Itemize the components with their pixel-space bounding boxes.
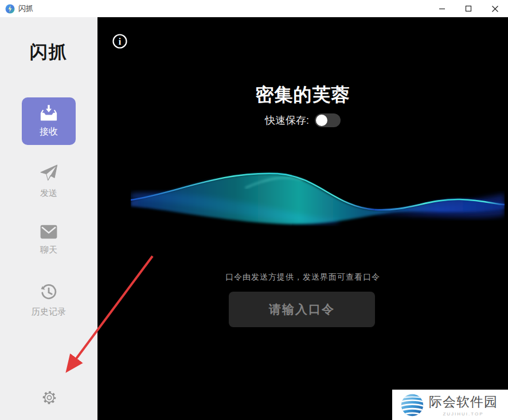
sidebar-item-label: 历史记录 [32,307,66,317]
page-title: 密集的芙蓉 [97,83,508,108]
sidebar: 闪抓 接收 发送 聊天 [0,17,97,420]
passphrase-hint: 口令由发送方提供，发送界面可查看口令 [97,272,508,282]
history-icon [40,284,57,301]
close-button[interactable] [482,0,508,17]
wave-visualization [131,165,505,248]
quick-save-label: 快速保存: [265,113,309,127]
watermark-text: 际会软件园 ZUJIHUI.TOP [429,393,498,417]
watermark: 际会软件园 ZUJIHUI.TOP [392,390,508,420]
maximize-icon [465,5,472,12]
sidebar-item-label: 聊天 [40,245,57,256]
envelope-icon [40,225,57,239]
toggle-knob [316,115,327,126]
globe-logo-icon [399,392,425,418]
sidebar-item-label: 接收 [40,126,58,138]
sidebar-item-send[interactable]: 发送 [0,164,97,199]
app-logo-icon [5,4,15,14]
window-controls [429,0,508,17]
quick-save-row: 快速保存: [97,113,508,127]
window-title: 闪抓 [18,3,33,14]
close-icon [491,5,499,13]
svg-text:i: i [119,37,122,46]
minimize-button[interactable] [429,0,455,17]
app-window: 闪抓 闪抓 [0,0,508,420]
sidebar-item-chat[interactable]: 聊天 [0,225,97,256]
minimize-icon [439,5,446,12]
titlebar: 闪抓 [0,0,508,17]
main-panel: i 密集的芙蓉 快速保存: [97,17,508,420]
sidebar-item-history[interactable]: 历史记录 [0,284,97,317]
sidebar-item-receive[interactable]: 接收 [22,97,76,145]
sidebar-item-label: 发送 [40,188,57,199]
settings-button[interactable] [42,391,56,405]
maximize-button[interactable] [455,0,482,17]
watermark-site-domain: ZUJIHUI.TOP [429,411,498,417]
watermark-site-name: 际会软件园 [429,393,498,411]
enter-passphrase-button[interactable]: 请输入口令 [229,292,375,327]
sidebar-logo: 闪抓 [0,40,97,64]
info-button[interactable]: i [112,33,128,49]
gear-icon [42,391,56,405]
info-icon: i [112,33,128,49]
quick-save-toggle[interactable] [315,113,341,127]
inbox-download-icon [40,105,57,121]
paper-plane-icon [39,164,58,182]
